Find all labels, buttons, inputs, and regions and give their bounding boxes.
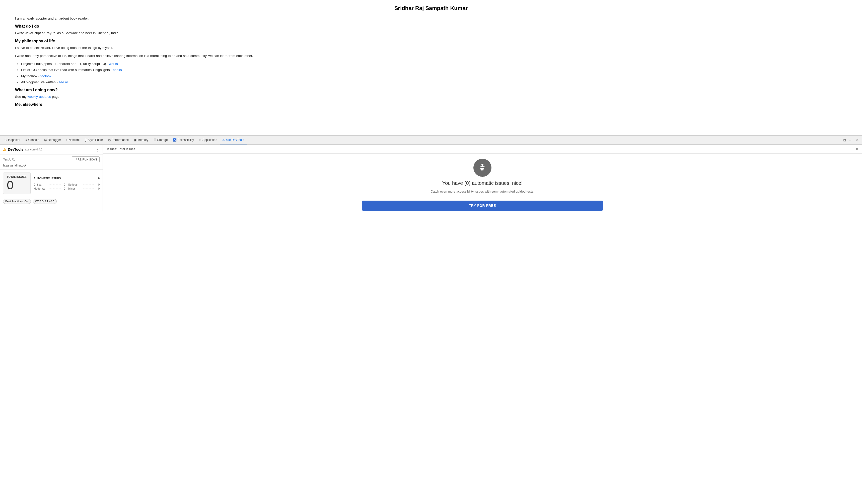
storage-icon: ☰ bbox=[154, 138, 156, 142]
right-panel: Issues: Total Issues 0 You have (0) auto… bbox=[103, 145, 862, 211]
minor-item: Minor ················ 0 bbox=[68, 187, 100, 190]
best-practices-toggle[interactable]: Best Practices: ON bbox=[3, 199, 31, 204]
test-url-label: Test URL bbox=[3, 158, 15, 161]
test-url-value: https://sridhar.co/ bbox=[3, 164, 100, 167]
accessibility-tab-icon: ♿ bbox=[173, 138, 177, 142]
section-heading-2: My philosophy of life bbox=[15, 39, 847, 43]
serious-dots: ················ bbox=[83, 183, 97, 186]
critical-count: 0 bbox=[64, 183, 65, 186]
re-run-label: RE-RUN SCAN bbox=[78, 158, 97, 161]
list-item: My toolbox - toolbox bbox=[21, 74, 847, 79]
svg-point-0 bbox=[481, 164, 483, 166]
re-run-icon: ↺ bbox=[75, 158, 77, 161]
bottom-toggles: Best Practices: ON WCAG 2.1 AAA bbox=[0, 197, 103, 205]
list-item: Projects I built(npms - 1, android app -… bbox=[21, 62, 847, 66]
issues-summary: TOTAL ISSUES 0 AUTOMATIC ISSUES 0 Critic… bbox=[0, 170, 103, 197]
tab-network[interactable]: ↕ Network bbox=[64, 136, 82, 145]
total-issues-label: TOTAL ISSUES bbox=[7, 175, 27, 178]
tab-accessibility[interactable]: ♿ Accessibility bbox=[170, 136, 196, 145]
devtools-dock-button[interactable]: ⧉ bbox=[842, 137, 847, 143]
works-link[interactable]: works bbox=[109, 62, 118, 66]
page-title: Sridhar Raj Sampath Kumar bbox=[15, 5, 847, 12]
tab-style-editor-label: Style Editor bbox=[88, 138, 103, 142]
page-list: Projects I built(npms - 1, android app -… bbox=[15, 62, 847, 85]
toolbox-link[interactable]: toolbox bbox=[40, 74, 51, 78]
issue-row-2: Moderate ················ 0 Minor ······… bbox=[34, 187, 100, 190]
left-panel-menu-button[interactable]: ⋮ bbox=[95, 147, 100, 152]
network-icon: ↕ bbox=[66, 138, 67, 142]
moderate-label: Moderate bbox=[34, 187, 48, 190]
tab-memory[interactable]: ▣ Memory bbox=[131, 136, 151, 145]
automatic-issues-count: 0 bbox=[98, 177, 100, 180]
section-heading-3: What am I doing now? bbox=[15, 88, 847, 92]
tab-console[interactable]: ≡ Console bbox=[23, 136, 42, 145]
serious-label: Serious bbox=[68, 183, 82, 186]
tab-storage-label: Storage bbox=[157, 138, 168, 142]
right-panel-body: You have (0) automatic issues, nice! Cat… bbox=[103, 154, 862, 211]
critical-dots: ················ bbox=[49, 183, 63, 186]
tab-debugger[interactable]: ◎ Debugger bbox=[42, 136, 64, 145]
devtools-title: DevTools bbox=[8, 147, 23, 151]
list-item: List of 103 books that I've read with su… bbox=[21, 67, 847, 72]
page-intro: I am an early adopter and an ardent book… bbox=[15, 16, 847, 21]
performance-icon: ◷ bbox=[108, 138, 110, 142]
application-icon: ⊞ bbox=[199, 138, 201, 142]
devtools-more-button[interactable]: ⋯ bbox=[848, 137, 854, 143]
tab-axe-devtools-label: axe DevTools bbox=[226, 138, 244, 142]
tab-debugger-label: Debugger bbox=[48, 138, 61, 142]
serious-count: 0 bbox=[98, 183, 100, 186]
tab-style-editor[interactable]: {} Style Editor bbox=[82, 136, 105, 145]
devtools-tab-bar: ⬡ Inspector ≡ Console ◎ Debugger ↕ Netwo… bbox=[0, 136, 862, 145]
left-panel: ⚠ DevTools axe-core 4.4.2 ⋮ Test URL ↺ R… bbox=[0, 145, 103, 211]
tab-inspector[interactable]: ⬡ Inspector bbox=[2, 136, 23, 145]
section-text-3: I write about my perspective of life, th… bbox=[15, 53, 847, 58]
tab-accessibility-label: Accessibility bbox=[178, 138, 194, 142]
test-url-section: Test URL ↺ RE-RUN SCAN https://sridhar.c… bbox=[0, 155, 103, 170]
devtools-actions: ⧉ ⋯ ✕ bbox=[842, 137, 860, 143]
serious-item: Serious ················ 0 bbox=[68, 183, 100, 186]
section-heading-1: What do I do bbox=[15, 24, 847, 29]
tab-application-label: Application bbox=[203, 138, 217, 142]
tab-axe-devtools[interactable]: ⚠ axe DevTools bbox=[220, 136, 247, 145]
total-issues-number: 0 bbox=[7, 179, 14, 191]
critical-label: Critical bbox=[34, 183, 48, 186]
moderate-count: 0 bbox=[64, 187, 65, 190]
minor-dots: ················ bbox=[83, 187, 97, 190]
debugger-icon: ◎ bbox=[44, 138, 47, 142]
console-icon: ≡ bbox=[25, 138, 27, 142]
minor-label: Minor bbox=[68, 187, 82, 190]
critical-item: Critical ················ 0 bbox=[34, 183, 65, 186]
success-message: You have (0) automatic issues, nice! bbox=[442, 180, 523, 186]
right-panel-header: Issues: Total Issues 0 bbox=[103, 145, 862, 154]
style-editor-icon: {} bbox=[84, 138, 87, 142]
weekly-updates-link[interactable]: weekly-updates bbox=[28, 95, 51, 98]
memory-icon: ▣ bbox=[134, 138, 136, 142]
section-text-4: See my weekly-updates page. bbox=[15, 94, 847, 99]
tab-memory-label: Memory bbox=[138, 138, 148, 142]
books-link[interactable]: books bbox=[113, 68, 122, 72]
tab-performance[interactable]: ◷ Performance bbox=[106, 136, 131, 145]
right-panel-count: 0 bbox=[856, 147, 858, 151]
wcag-toggle[interactable]: WCAG 2.1 AAA bbox=[33, 199, 57, 204]
tab-storage[interactable]: ☰ Storage bbox=[151, 136, 170, 145]
inspector-icon: ⬡ bbox=[4, 138, 7, 142]
left-panel-header: ⚠ DevTools axe-core 4.4.2 ⋮ bbox=[0, 145, 103, 155]
devtools-close-button[interactable]: ✕ bbox=[855, 137, 860, 143]
re-run-scan-button[interactable]: ↺ RE-RUN SCAN bbox=[72, 157, 100, 162]
moderate-item: Moderate ················ 0 bbox=[34, 187, 65, 190]
test-url-row: Test URL ↺ RE-RUN SCAN bbox=[3, 157, 100, 162]
see-all-link[interactable]: see all bbox=[59, 80, 68, 84]
section-heading-4: Me, elsewhere bbox=[15, 102, 847, 107]
axe-warning-icon: ⚠ bbox=[3, 147, 6, 151]
left-panel-title: ⚠ DevTools axe-core 4.4.2 bbox=[3, 147, 42, 151]
devtools-body: ⚠ DevTools axe-core 4.4.2 ⋮ Test URL ↺ R… bbox=[0, 145, 862, 211]
automatic-issues-label: AUTOMATIC ISSUES bbox=[34, 177, 61, 180]
axe-icon: ⚠ bbox=[222, 138, 225, 142]
issues-breakdown: AUTOMATIC ISSUES 0 Critical ············… bbox=[34, 173, 100, 194]
tab-inspector-label: Inspector bbox=[8, 138, 20, 142]
success-sub: Catch even more accessibility issues wit… bbox=[431, 189, 534, 193]
page-content: Sridhar Raj Sampath Kumar I am an early … bbox=[0, 0, 862, 135]
total-issues-box: TOTAL ISSUES 0 bbox=[3, 173, 30, 194]
tab-application[interactable]: ⊞ Application bbox=[196, 136, 220, 145]
try-free-button[interactable]: TRY FOR FREE bbox=[362, 201, 603, 211]
